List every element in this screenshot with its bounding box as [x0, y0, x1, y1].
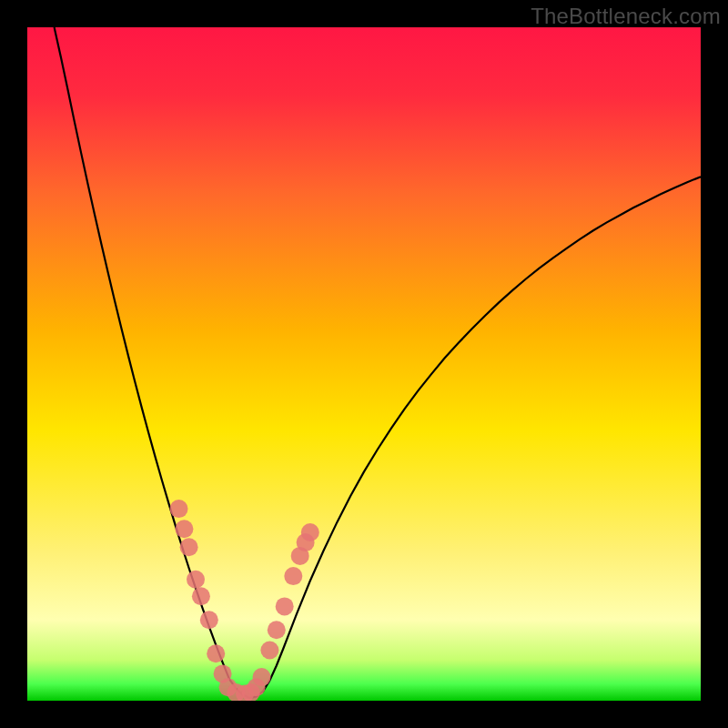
- marker-point: [200, 611, 218, 629]
- marker-point: [187, 571, 205, 589]
- marker-point: [170, 500, 188, 518]
- marker-point: [276, 597, 294, 615]
- chart-frame: TheBottleneck.com: [0, 0, 728, 728]
- marker-point: [268, 621, 286, 639]
- marker-point: [284, 567, 302, 585]
- chart-background: [27, 27, 701, 701]
- marker-point: [207, 644, 225, 662]
- marker-point: [175, 520, 193, 538]
- chart-plot: [27, 27, 701, 701]
- watermark-text: TheBottleneck.com: [531, 4, 721, 29]
- marker-point: [253, 668, 271, 686]
- marker-point: [192, 587, 210, 605]
- marker-point: [260, 642, 278, 660]
- marker-point: [301, 523, 319, 541]
- marker-point: [180, 538, 198, 556]
